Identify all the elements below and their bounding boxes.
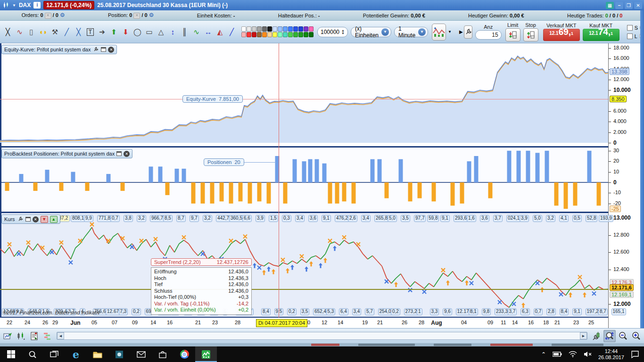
color-swatch[interactable] (247, 26, 251, 32)
color-swatch[interactable] (288, 32, 293, 37)
start-button[interactable] (0, 346, 22, 362)
arrow-right-icon[interactable]: ➔ (96, 25, 108, 39)
color-swatch[interactable] (278, 32, 282, 37)
minimize-icon[interactable]: – (615, 2, 623, 9)
buy-mkt-button[interactable]: 12.174,1 (583, 29, 619, 41)
segment-icon[interactable]: ╱ (61, 25, 73, 39)
price-chart[interactable] (0, 213, 608, 317)
color-swatch[interactable] (309, 32, 314, 37)
quantity-input[interactable]: 100000▲▼ (317, 27, 348, 37)
chrome-icon[interactable] (173, 346, 195, 362)
buy-arrow-icon[interactable]: ▲ (50, 216, 58, 223)
units-dropdown[interactable]: (x) Einheiten▼ (351, 27, 391, 37)
rectangle-tool-icon[interactable]: ▭ (143, 25, 155, 39)
clock[interactable]: 12:4426.08.2017 (598, 348, 624, 361)
instrument-switch-icon[interactable] (15, 330, 27, 342)
edge-icon[interactable]: e (65, 346, 87, 362)
trading-app-icon[interactable] (195, 346, 217, 362)
equity-close-icon[interactable]: ✕ (108, 47, 114, 53)
limit-checkbox[interactable] (627, 33, 633, 39)
color-swatch[interactable] (293, 32, 298, 37)
color-swatch[interactable] (257, 32, 262, 37)
order-book-icon[interactable] (41, 330, 54, 342)
alarm-bell-icon[interactable]: ◖◗ (37, 25, 49, 39)
chart-settings-icon[interactable] (590, 330, 603, 342)
color-swatch[interactable] (262, 26, 267, 32)
color-swatch[interactable] (304, 32, 308, 37)
price-maximize-icon[interactable] (25, 217, 31, 222)
color-swatch[interactable] (267, 32, 272, 37)
file-explorer-icon[interactable] (87, 346, 108, 362)
color-swatch[interactable] (288, 26, 293, 32)
instrument-name[interactable]: DAX (19, 2, 31, 8)
scroll-left-icon[interactable]: ◀ (57, 332, 64, 339)
color-swatch[interactable] (267, 26, 272, 32)
mail-app-icon[interactable] (130, 346, 152, 362)
color-swatch[interactable] (278, 26, 282, 32)
price-axis[interactable]: 13.398 8.350 -25 12.176,3 12.169,1 12.17… (608, 43, 641, 328)
crossed-segment-icon[interactable]: ╳ (73, 25, 84, 39)
price-settings-wrench-icon[interactable] (17, 216, 24, 222)
equity-settings-wrench-icon[interactable] (92, 47, 99, 53)
mini-segment-icon[interactable]: ╱ (226, 25, 238, 39)
volume-muted-icon[interactable] (584, 351, 592, 357)
color-swatch[interactable] (272, 26, 277, 32)
store-app-icon[interactable] (152, 346, 173, 362)
maximize-icon[interactable]: ❐ (625, 2, 633, 9)
color-swatch[interactable] (304, 26, 308, 32)
zoom-in-icon[interactable] (630, 330, 642, 342)
close-icon[interactable]: ✕ (634, 2, 642, 9)
zoom-out-icon[interactable] (617, 330, 629, 342)
chart-type-caret[interactable]: ▼ (448, 30, 452, 34)
sell-arrow-icon[interactable]: ▼ (41, 216, 48, 223)
stop-checkbox[interactable] (627, 25, 633, 31)
task-view-icon[interactable] (43, 346, 65, 362)
color-swatch[interactable] (309, 26, 314, 32)
stop-order-button[interactable] (523, 28, 538, 41)
trash-icon[interactable]: ▯ (25, 25, 37, 39)
vertical-range-icon[interactable]: ↕ (167, 25, 179, 39)
chart-type-button[interactable] (432, 24, 446, 41)
color-swatch[interactable] (241, 32, 246, 37)
color-swatch[interactable] (272, 32, 277, 37)
text-tool-icon[interactable]: T (84, 25, 96, 39)
info-icon[interactable]: i (33, 2, 41, 8)
multi-vline-icon[interactable]: ║ (179, 25, 190, 39)
color-swatch[interactable] (283, 32, 288, 37)
tools-icon[interactable]: ⚒ (49, 25, 61, 39)
positions-maximize-icon[interactable] (116, 151, 122, 156)
multi-trendline-icon[interactable]: ╳ (2, 25, 14, 39)
positions-close-icon[interactable]: ✕ (124, 151, 130, 157)
hidden-icons-chevron[interactable]: ⌃ (541, 351, 546, 358)
triangle-tool-icon[interactable]: △ (155, 25, 167, 39)
horizontal-scrollbar[interactable]: ◀ ▶ (57, 332, 587, 340)
timeframe-dropdown[interactable]: 1 Minute▼ (394, 27, 428, 37)
order-settings-button[interactable] (464, 25, 472, 39)
equity-panel-tab[interactable]: Equity-Kurve: Prifot punkt system dax ✕ (1, 45, 117, 54)
positions-panel-tab[interactable]: ProBacktest Positionen: Prifot punkt sys… (1, 149, 132, 158)
color-swatch[interactable] (252, 32, 256, 37)
report-icon[interactable] (28, 330, 41, 342)
color-swatch[interactable] (252, 26, 256, 32)
trend-zigzag-icon[interactable]: ∿ (14, 25, 25, 39)
equity-maximize-icon[interactable] (101, 47, 106, 52)
color-swatch[interactable] (262, 32, 267, 37)
chart-export-icon[interactable] (2, 330, 14, 342)
zigzag-indicator-icon[interactable]: ∿ (190, 25, 202, 39)
arrow-up-icon[interactable]: ⬆ (108, 25, 120, 39)
battery-icon[interactable] (553, 352, 562, 357)
arrow-down-icon[interactable]: ⬇ (120, 25, 132, 39)
position-clear-icon[interactable]: ✕ (133, 13, 140, 19)
color-swatch[interactable] (293, 26, 298, 32)
equity-chart[interactable] (0, 43, 608, 146)
zoom-pan-icon[interactable] (603, 330, 616, 342)
action-center-icon[interactable] (631, 351, 639, 358)
color-swatch[interactable] (257, 26, 262, 32)
qty-input[interactable]: 15 (475, 30, 502, 40)
pattern-tool-icon[interactable]: ◭ (214, 25, 226, 39)
price-close-icon[interactable]: ✕ (33, 216, 39, 222)
price-panel-tab[interactable]: Kurs ✕ ▼ ▲ (1, 214, 60, 224)
orders-clear-icon[interactable]: ✕ (45, 13, 51, 19)
scroll-right-icon[interactable]: ▶ (580, 332, 587, 339)
wifi-icon[interactable] (569, 351, 577, 357)
